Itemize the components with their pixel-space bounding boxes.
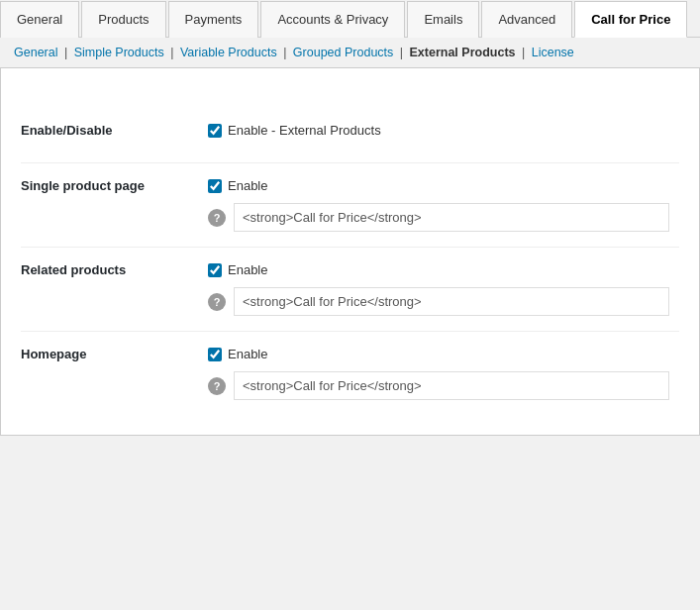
tab-advanced[interactable]: Advanced <box>481 1 572 38</box>
main-content: Enable/DisableEnable - External Products… <box>0 67 700 436</box>
tab-general[interactable]: General <box>0 1 79 38</box>
subnav-separator: | <box>280 46 290 59</box>
label-homepage: Homepage <box>21 332 198 416</box>
tab-payments[interactable]: Payments <box>168 1 259 38</box>
subnav-item-external-products: External Products <box>410 46 516 59</box>
text-input-related-products[interactable] <box>234 287 669 316</box>
subnav-separator: | <box>519 46 529 59</box>
checkbox-row-related-products: Enable <box>208 262 669 277</box>
subnav-item-variable-products[interactable]: Variable Products <box>180 46 277 59</box>
label-enable-disable: Enable/Disable <box>21 108 198 163</box>
checkbox-enable-disable[interactable] <box>208 124 222 138</box>
settings-row-enable-disable: Enable/DisableEnable - External Products <box>21 108 679 163</box>
tab-products[interactable]: Products <box>81 1 165 38</box>
text-input-single-product-page[interactable] <box>234 203 669 232</box>
checkbox-label-single-product-page: Enable <box>228 178 267 193</box>
subnav-separator: | <box>60 46 70 59</box>
subnav-separator: | <box>167 46 177 59</box>
help-icon-single-product-page[interactable]: ? <box>208 209 226 227</box>
text-input-row-related-products: ? <box>208 287 669 316</box>
checkbox-label-related-products: Enable <box>228 262 267 277</box>
subnav-item-general[interactable]: General <box>14 46 57 59</box>
text-input-row-homepage: ? <box>208 371 669 400</box>
settings-row-related-products: Related productsEnable? <box>21 248 679 332</box>
checkbox-label-homepage: Enable <box>228 347 267 361</box>
control-homepage: Enable? <box>198 332 679 416</box>
text-input-homepage[interactable] <box>234 371 669 400</box>
label-single-product-page: Single product page <box>21 163 198 248</box>
help-icon-related-products[interactable]: ? <box>208 293 226 311</box>
settings-table: Enable/DisableEnable - External Products… <box>21 108 679 415</box>
checkbox-single-product-page[interactable] <box>208 179 222 193</box>
label-related-products: Related products <box>21 248 198 332</box>
subnav-separator: | <box>396 46 406 59</box>
tab-call-for-price[interactable]: Call for Price <box>574 1 687 38</box>
subnav-item-simple-products[interactable]: Simple Products <box>74 46 164 59</box>
settings-row-single-product-page: Single product pageEnable? <box>21 163 679 248</box>
control-related-products: Enable? <box>198 248 679 332</box>
subnav-item-license[interactable]: License <box>532 46 574 59</box>
settings-row-homepage: HomepageEnable? <box>21 332 679 416</box>
sub-nav: General | Simple Products | Variable Pro… <box>0 38 700 67</box>
control-enable-disable: Enable - External Products <box>198 108 679 163</box>
text-input-row-single-product-page: ? <box>208 203 669 232</box>
checkbox-related-products[interactable] <box>208 263 222 277</box>
checkbox-row-homepage: Enable <box>208 347 669 361</box>
checkbox-row-single-product-page: Enable <box>208 178 669 193</box>
checkbox-homepage[interactable] <box>208 348 222 361</box>
control-single-product-page: Enable? <box>198 163 679 248</box>
help-icon-homepage[interactable]: ? <box>208 377 226 395</box>
tab-accounts-privacy[interactable]: Accounts & Privacy <box>260 1 405 38</box>
tab-bar: GeneralProductsPaymentsAccounts & Privac… <box>0 0 700 38</box>
checkbox-row-enable-disable: Enable - External Products <box>208 123 669 138</box>
checkbox-label-enable-disable: Enable - External Products <box>228 123 381 138</box>
subnav-item-grouped-products[interactable]: Grouped Products <box>293 46 393 59</box>
tab-emails[interactable]: Emails <box>407 1 479 38</box>
